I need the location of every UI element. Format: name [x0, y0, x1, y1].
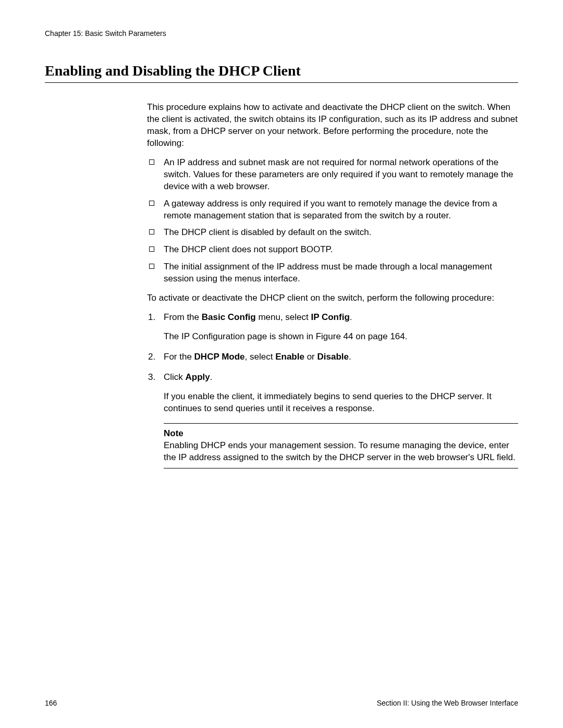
step-sub: The IP Configuration page is shown in Fi…	[164, 331, 518, 343]
step-text: menu, select	[256, 312, 311, 322]
page: Chapter 15: Basic Switch Parameters Enab…	[0, 0, 563, 728]
bold: Basic Config	[202, 312, 256, 322]
step-2: For the DHCP Mode, select Enable or Disa…	[147, 351, 518, 363]
list-item: The DHCP client is disabled by default o…	[147, 227, 518, 239]
page-footer: 166 Section II: Using the Web Browser In…	[45, 699, 518, 707]
bold: Disable	[317, 352, 348, 362]
section-label: Section II: Using the Web Browser Interf…	[377, 699, 518, 707]
step-text: .	[210, 372, 213, 382]
step-1: From the Basic Config menu, select IP Co…	[147, 312, 518, 343]
step-text: For the	[164, 352, 194, 362]
step-text: .	[349, 352, 351, 362]
notes-list: An IP address and subnet mask are not re…	[147, 157, 518, 285]
page-number: 166	[45, 699, 57, 707]
bold: DHCP Mode	[194, 352, 245, 362]
note-box: Note Enabling DHCP ends your management …	[164, 423, 518, 468]
lead-paragraph: To activate or deactivate the DHCP clien…	[147, 292, 518, 304]
list-item: The initial assignment of the IP address…	[147, 261, 518, 285]
body-column: This procedure explains how to activate …	[147, 102, 518, 468]
section-title: Enabling and Disabling the DHCP Client	[45, 63, 518, 83]
note-label: Note	[164, 428, 518, 440]
procedure-list: From the Basic Config menu, select IP Co…	[147, 312, 518, 415]
step-text: Click	[164, 372, 186, 382]
step-text: .	[350, 312, 352, 322]
bold: Enable	[275, 352, 304, 362]
step-3: Click Apply. If you enable the client, i…	[147, 372, 518, 415]
list-item: An IP address and subnet mask are not re…	[147, 157, 518, 193]
list-item: A gateway address is only required if yo…	[147, 198, 518, 222]
step-sub: If you enable the client, it immediately…	[164, 391, 518, 415]
bold: IP Config	[311, 312, 349, 322]
step-text: or	[304, 352, 317, 362]
bold: Apply	[186, 372, 210, 382]
list-item: The DHCP client does not support BOOTP.	[147, 244, 518, 256]
chapter-header: Chapter 15: Basic Switch Parameters	[45, 29, 518, 38]
step-text: , select	[245, 352, 276, 362]
step-text: From the	[164, 312, 202, 322]
note-text: Enabling DHCP ends your management sessi…	[164, 440, 518, 464]
intro-paragraph: This procedure explains how to activate …	[147, 102, 518, 150]
